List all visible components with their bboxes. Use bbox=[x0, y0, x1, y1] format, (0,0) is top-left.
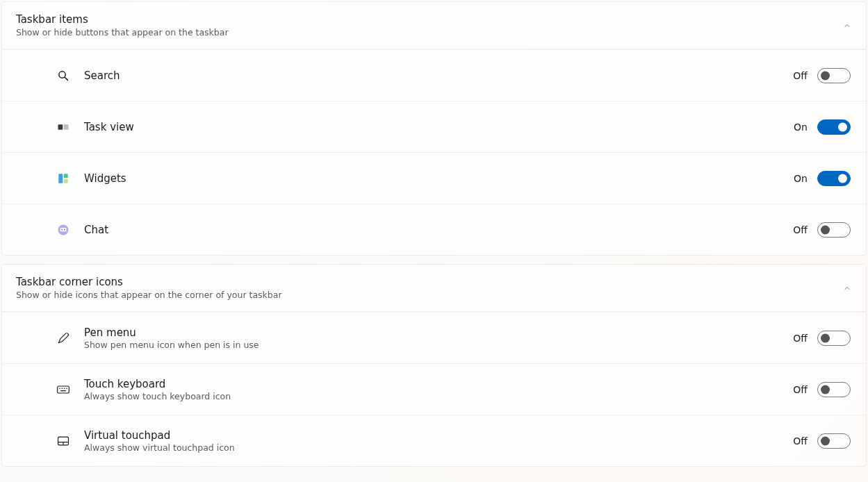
row-chat-state: Off bbox=[791, 224, 808, 235]
chevron-up-icon[interactable] bbox=[842, 283, 852, 293]
toggle-chat[interactable] bbox=[817, 222, 851, 238]
row-touch-keyboard-state: Off bbox=[791, 384, 808, 395]
row-touch-keyboard-sub: Always show touch keyboard icon bbox=[84, 391, 231, 401]
svg-line-1 bbox=[65, 77, 67, 80]
chat-icon bbox=[56, 223, 70, 237]
row-touch-keyboard: Touch keyboard Always show touch keyboar… bbox=[2, 363, 866, 415]
row-taskview-label: Task view bbox=[84, 121, 134, 133]
chevron-up-icon[interactable] bbox=[842, 21, 852, 31]
taskbar-corner-icons-section: Taskbar corner icons Show or hide icons … bbox=[1, 264, 867, 467]
taskview-icon bbox=[56, 120, 70, 134]
row-widgets-label: Widgets bbox=[84, 172, 126, 185]
row-taskview-state: On bbox=[791, 122, 808, 133]
taskbar-corner-icons-subtitle: Show or hide icons that appear on the co… bbox=[16, 290, 282, 300]
svg-rect-2 bbox=[58, 124, 63, 130]
toggle-virtual-touchpad[interactable] bbox=[817, 433, 851, 449]
pen-icon bbox=[56, 331, 70, 345]
row-pen-menu-label: Pen menu bbox=[84, 326, 259, 339]
taskbar-items-title: Taskbar items bbox=[16, 13, 229, 26]
svg-rect-4 bbox=[58, 174, 63, 183]
touchpad-icon bbox=[56, 434, 70, 448]
svg-rect-6 bbox=[64, 178, 68, 183]
row-virtual-touchpad-label: Virtual touchpad bbox=[84, 429, 235, 442]
taskbar-items-subtitle: Show or hide buttons that appear on the … bbox=[16, 27, 229, 38]
row-widgets: Widgets On bbox=[2, 152, 866, 203]
row-search-left: Search bbox=[56, 69, 120, 83]
toggle-widgets[interactable] bbox=[817, 171, 851, 186]
row-chat-label: Chat bbox=[84, 224, 108, 236]
row-pen-menu-sub: Show pen menu icon when pen is in use bbox=[84, 340, 259, 350]
row-taskview: Task view On bbox=[2, 101, 866, 152]
row-search-state: Off bbox=[791, 70, 808, 81]
row-virtual-touchpad-sub: Always show virtual touchpad icon bbox=[84, 442, 235, 453]
row-widgets-state: On bbox=[791, 173, 808, 184]
svg-rect-8 bbox=[60, 228, 67, 231]
widgets-icon bbox=[56, 172, 70, 185]
row-pen-menu: Pen menu Show pen menu icon when pen is … bbox=[2, 312, 866, 363]
row-virtual-touchpad-state: Off bbox=[791, 435, 808, 447]
toggle-touch-keyboard[interactable] bbox=[817, 382, 851, 397]
row-pen-menu-state: Off bbox=[791, 333, 808, 344]
svg-rect-3 bbox=[64, 124, 69, 130]
svg-rect-5 bbox=[64, 174, 68, 178]
row-touch-keyboard-label: Touch keyboard bbox=[84, 378, 231, 390]
svg-point-9 bbox=[61, 228, 63, 230]
keyboard-icon bbox=[56, 383, 70, 397]
taskbar-corner-icons-header[interactable]: Taskbar corner icons Show or hide icons … bbox=[2, 265, 866, 312]
search-icon bbox=[56, 69, 70, 83]
taskbar-items-section: Taskbar items Show or hide buttons that … bbox=[1, 1, 867, 256]
taskbar-items-header[interactable]: Taskbar items Show or hide buttons that … bbox=[2, 2, 866, 49]
row-search: Search Off bbox=[2, 49, 866, 101]
svg-point-10 bbox=[64, 228, 65, 230]
row-search-label: Search bbox=[84, 69, 120, 82]
taskbar-corner-icons-title: Taskbar corner icons bbox=[16, 276, 282, 288]
toggle-search[interactable] bbox=[817, 68, 851, 83]
row-virtual-touchpad: Virtual touchpad Always show virtual tou… bbox=[2, 415, 866, 466]
toggle-taskview[interactable] bbox=[817, 119, 851, 135]
toggle-pen-menu[interactable] bbox=[817, 331, 851, 346]
svg-rect-11 bbox=[58, 386, 69, 393]
row-chat: Chat Off bbox=[2, 203, 866, 255]
taskbar-items-titles: Taskbar items Show or hide buttons that … bbox=[16, 13, 229, 38]
